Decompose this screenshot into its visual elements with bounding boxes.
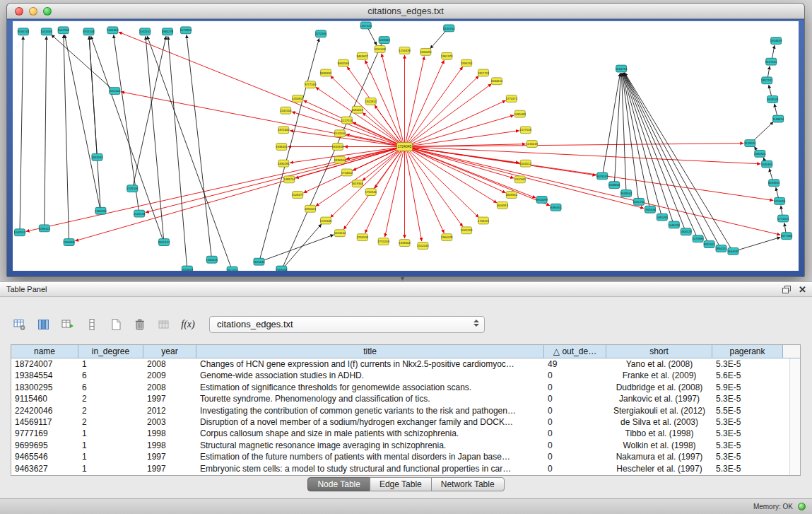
graph-node-label: 1857724 [478,71,490,75]
tab-node-table[interactable]: Node Table [307,477,370,491]
table-row[interactable]: 911546021997Tourette syndrome. Phenomeno… [11,393,800,404]
graph-node-label: 1964078 [441,235,453,239]
table-row[interactable]: 1938455462009Genome-wide association stu… [11,370,800,381]
graph-node-label: 1526506 [126,187,139,190]
graph-node-label: 8701544 [83,30,95,33]
graph-edge [168,36,187,267]
graph-node-label: 1643541 [767,98,779,101]
graph-node-label: 1227518 [341,119,353,122]
graph-node-label: 1960278 [162,30,174,33]
merge-table-button[interactable] [154,315,174,334]
graph-node-label: 1207465 [514,178,526,182]
graph-edge [408,148,550,206]
graph-node-label: 8130764 [443,27,455,30]
cell-out_degree: 0 [544,393,606,404]
window-titlebar[interactable]: citations_edges.txt [7,4,804,19]
graph-node-label: 1002553 [14,230,26,234]
table-row[interactable]: 946554611997Estimation of the future num… [11,451,800,462]
column-header-in_degree[interactable]: in_degree [78,345,143,358]
close-window-button[interactable] [15,7,23,16]
graph-node-label: 1050614 [206,258,218,262]
tab-edge-table[interactable]: Edge Table [370,477,432,491]
cell-year: 1998 [143,428,196,439]
graph-node-label: 1915316 [226,269,238,271]
table-settings-button[interactable] [10,315,30,334]
cell-in_degree: 1 [78,463,143,474]
delete-table-button[interactable] [130,315,150,334]
table-toolbar: f(x) citations_edges.txt [10,315,812,334]
table-row[interactable]: 1872400712008Changes of HCN gene express… [11,358,800,370]
graph-node-label: 8096951 [550,206,562,209]
status-bar: Memory: OK [0,498,812,514]
table-row[interactable]: 1830029562008Estimation of significance … [11,382,800,393]
cell-name: 18724007 [11,358,78,370]
graph-edge [430,30,447,49]
cell-title: Genome-wide association studies in ADHD. [196,370,544,381]
graph-node-label: 1456911 [292,97,304,100]
graph-node-label: 1835021 [305,207,317,211]
cell-out_degree: 0 [544,440,606,451]
table-row[interactable]: 977716911998Corpus callosum shape and si… [11,428,800,439]
cell-pagerank: 5.3E-5 [712,428,783,439]
graph-node-label: 1234509 [357,235,369,239]
cell-pagerank: 5.6E-5 [712,370,783,381]
graph-node-label: 8954099 [536,198,548,201]
table-vertical-scrollbar[interactable] [789,358,800,475]
float-panel-icon [782,285,792,294]
memory-status-label: Memory: OK [753,499,793,514]
graph-edge [262,235,334,261]
import-table-button[interactable] [58,315,78,334]
column-header-name[interactable]: name [11,345,78,358]
cell-year: 2008 [143,358,196,370]
cell-pagerank: 5.3E-5 [712,393,783,404]
cell-out_degree: 0 [544,382,606,393]
cell-out_degree: 0 [544,416,606,428]
table-tabs: Node TableEdge TableNetwork Table [0,477,812,491]
graph-node-label: 1663043 [91,156,103,159]
cell-in_degree: 2 [78,405,143,416]
cell-year: 1997 [143,393,196,404]
delete-table-icon [134,318,146,331]
network-canvas[interactable]: 1724045121601911645121207465184956216049… [13,21,799,271]
float-panel-button[interactable] [782,285,792,294]
column-header-year[interactable]: year [143,345,196,358]
graph-node-label: 1830904 [334,158,346,162]
cell-name: 19384554 [11,370,78,381]
cell-short: Yano et al. (2008) [606,358,712,370]
table-body: 1872400712008Changes of HCN gene express… [11,358,800,474]
window-title: citations_edges.txt [367,6,444,16]
column-header-short[interactable]: short [606,345,712,358]
rows-icon [86,318,98,331]
table-row[interactable]: 1456911722003Disruption of a novel membe… [11,416,800,428]
graph-node-label: 9465546 [338,62,350,65]
table-selector[interactable]: citations_edges.txt [209,316,485,333]
graph-node-label: 1808866 [608,183,620,187]
column-header-title[interactable]: title [196,345,544,358]
cell-name: 9465546 [11,451,78,462]
graph-node-label: 9505137 [158,240,170,244]
column-header-pagerank[interactable]: pagerank [712,345,783,358]
zoom-window-button[interactable] [43,7,52,16]
graph-node-label: 1754502 [341,171,353,175]
network-canvas-container[interactable]: 1724045121601911645121207465184956216049… [13,21,799,271]
function-builder-button[interactable]: f(x) [178,315,198,334]
row-options-button[interactable] [82,315,102,334]
graph-edge [133,36,166,186]
minimize-window-button[interactable] [29,7,37,16]
cell-title: Embryonic stem cells: a model to study s… [196,463,544,474]
graph-node-label: 7619443 [276,268,288,271]
new-table-button[interactable] [106,315,126,334]
close-panel-button[interactable]: ✕ [799,285,806,295]
table-row[interactable]: 969969511998Structural magnetic resonanc… [11,440,800,451]
table-row[interactable]: 2242004622012Investigating the contribut… [11,405,800,416]
column-header-out_degree[interactable]: △ out_de… [544,345,606,358]
cell-name: 9463627 [11,463,78,474]
tab-network-table[interactable]: Network Table [431,477,505,491]
show-columns-button[interactable] [34,315,54,334]
graph-edge [621,73,625,190]
table-row[interactable]: 946362711997Embryonic stem cells: a mode… [11,463,800,474]
graph-edge [121,92,401,146]
graph-node-label: 1838064 [399,241,411,245]
graph-node-label: 1830295 [278,162,290,165]
graph-node-label: 1941363 [107,29,119,33]
